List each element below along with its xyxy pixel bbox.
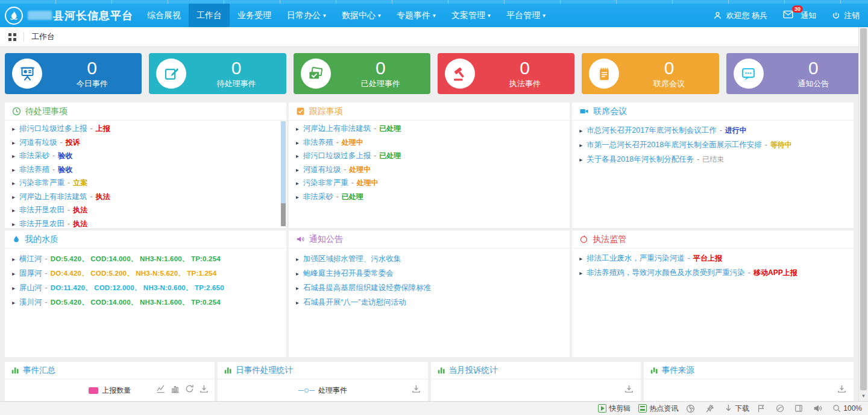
menu-item-workbench[interactable]: 工作台: [189, 4, 230, 27]
menu-item-overview[interactable]: 综合展视: [139, 4, 189, 27]
card-joint-meetings[interactable]: 0联席会议: [582, 53, 719, 94]
list-item[interactable]: 溪川河-DO:5.420、 COD:14.000、 NH3-N:1.600、 T…: [12, 297, 279, 312]
item-status: 处理中: [357, 178, 379, 188]
chart-title: 当月投诉统计: [449, 365, 498, 376]
list-item[interactable]: 屏山河-DO:11.420、 COD:12.000、 NH3-N:0.600、 …: [12, 283, 279, 297]
zoom-level: 100%: [843, 404, 862, 413]
scrollbar-thumb[interactable]: [860, 28, 867, 390]
user-welcome[interactable]: 欢迎您 杨兵: [713, 10, 767, 21]
card-enforcement-events[interactable]: 0执法事件: [438, 53, 574, 94]
list-item[interactable]: 河岸边上有非法建筑-执法: [12, 192, 279, 206]
notice-badge: 30: [792, 5, 803, 13]
list-item[interactable]: 河岸边上有非法建筑-已处理: [296, 124, 563, 138]
card-processed-events[interactable]: 0已处理事件: [294, 53, 430, 94]
page-scrollbar[interactable]: ▾: [858, 27, 868, 401]
news-icon: [638, 404, 647, 413]
download-icon[interactable]: [412, 384, 421, 393]
list-item[interactable]: 鲍峰庭主持召开县委常委会: [296, 268, 563, 283]
download-manager-button[interactable]: 下载: [725, 404, 749, 414]
list-item[interactable]: 排污口垃圾过多上报-上报: [12, 124, 279, 138]
zoom-control[interactable]: 100%: [832, 404, 862, 413]
item-status: 已处理: [342, 192, 363, 202]
list-item[interactable]: 非法开垦农田-执法: [12, 219, 279, 229]
panel-title: 待处理事项: [25, 106, 68, 117]
list-item[interactable]: 市总河长召开2017年底河长制会议工作-进行中: [579, 125, 846, 140]
list-item[interactable]: 固厚河-DO:4.420、 COD:5.200、 NH3-N:5.620、 TP…: [12, 268, 279, 283]
menu-item-platform-admin[interactable]: 平台管理: [498, 4, 553, 27]
flag-button[interactable]: [757, 404, 768, 413]
arrow-icon: [579, 126, 587, 135]
list-item[interactable]: 河道有垃圾-处理中: [296, 165, 563, 179]
download-icon[interactable]: [200, 384, 209, 393]
item-status: 执法: [73, 219, 87, 229]
card-label: 今日事件: [77, 78, 108, 89]
water-values: DO:5.420、 COD:14.000、 NH3-N:1.600、 TP:0.…: [51, 298, 221, 307]
item-status: 执法: [73, 205, 87, 215]
notice-button[interactable]: 30 通知: [783, 10, 816, 21]
list-item[interactable]: 污染非常严重-处理中: [296, 178, 563, 192]
list-item[interactable]: 非法养殖-处理中: [296, 138, 563, 151]
list-item[interactable]: 石城县开展“八一”走访慰问活动: [296, 297, 563, 312]
list-item[interactable]: 加强区域排水管理、污水收集: [296, 254, 563, 268]
hot-news-button[interactable]: 热点资讯: [638, 404, 678, 414]
river-name: 溪川河: [19, 297, 42, 308]
panel-title: 通知公告: [309, 234, 343, 245]
mute-button[interactable]: [813, 404, 825, 413]
list-item[interactable]: 横江河-DO:5.420、 COD:14.000、 NH3-N:1.600、 T…: [12, 254, 279, 268]
arrow-icon: [579, 268, 587, 277]
accelerator-button[interactable]: [686, 404, 697, 413]
bar-chart-tool-icon[interactable]: [171, 384, 180, 393]
scrollbar-down-arrow[interactable]: ▾: [859, 391, 868, 400]
no-disturb-button[interactable]: [705, 404, 717, 413]
item-status: 验收: [58, 165, 72, 175]
list-item[interactable]: 石城县提高基层组织建设经费保障标准: [296, 283, 563, 297]
item-status: 等待中: [770, 140, 792, 150]
panel-scrollbar[interactable]: [281, 121, 286, 226]
grid-icon[interactable]: [8, 33, 16, 41]
card-today-events[interactable]: 0今日事件: [5, 53, 142, 94]
speaker-small-icon: [813, 404, 822, 413]
line-chart-tool-icon[interactable]: [156, 384, 165, 393]
list-item[interactable]: 非法开垦农田-执法: [12, 205, 279, 219]
bar-chart-icon: [11, 366, 19, 375]
list-item[interactable]: 关于各县2018年河长制分配任务-已结束: [579, 154, 846, 169]
username: 杨兵: [752, 10, 767, 21]
menu-item-daily-office[interactable]: 日常办公: [279, 4, 334, 27]
list-item[interactable]: 河道有垃圾-投诉: [12, 138, 279, 151]
card-pending-events[interactable]: 0待处理事件: [149, 53, 286, 94]
arrow-icon: [296, 124, 303, 133]
list-item[interactable]: 非法采砂-验收: [12, 151, 279, 165]
arrow-icon: [12, 138, 19, 147]
arrow-icon: [296, 192, 303, 201]
logout-button[interactable]: 注销: [832, 10, 860, 21]
card-label: 联席会议: [653, 78, 685, 89]
refresh-icon[interactable]: [185, 384, 194, 393]
river-name: 固厚河: [19, 268, 42, 279]
speaker-icon: [296, 235, 305, 244]
menu-item-documents[interactable]: 文案管理: [444, 4, 498, 27]
card-value: 0: [520, 59, 530, 78]
list-item[interactable]: 市第一总河长召开2018年底河长制全面展示工作安排-等待中: [579, 140, 846, 154]
list-item[interactable]: 排污口垃圾过多上报-已处理: [296, 151, 563, 165]
download-icon[interactable]: [624, 384, 634, 393]
proxy-button[interactable]: [776, 404, 787, 413]
browser-status-bar: 快剪辑 热点资讯 下载 100%: [0, 401, 868, 415]
download-icon[interactable]: [837, 384, 846, 393]
arrow-icon: [296, 284, 303, 292]
top-navbar: 县河长信息平台 综合展视 工作台 业务受理 日常办公 数据中心 专题事件 文案管…: [0, 4, 868, 27]
quick-edit-button[interactable]: 快剪辑: [598, 404, 631, 414]
card-announcements[interactable]: 0通知公告: [726, 53, 863, 94]
card-label: 执法事件: [509, 78, 541, 89]
list-item[interactable]: 非法养殖鸡，导致河水颜色及水质受到严重污染-移动APP上报: [579, 268, 846, 282]
menu-item-business[interactable]: 业务受理: [230, 4, 279, 27]
menu-item-data-center[interactable]: 数据中心: [334, 4, 389, 27]
list-item[interactable]: 非法采砂-已处理: [296, 192, 563, 206]
arrow-icon: [296, 179, 303, 187]
list-item[interactable]: 排法工业废水，严重污染河道-平台上报: [579, 253, 846, 268]
sidebar-toggle-button[interactable]: [794, 404, 805, 413]
chart-legend[interactable]: 处理事件: [218, 379, 427, 396]
list-item[interactable]: 非法养殖-验收: [12, 165, 279, 179]
menu-item-special-events[interactable]: 专题事件: [389, 4, 444, 27]
legend-line-marker: [298, 388, 315, 393]
list-item[interactable]: 污染非常严重-立案: [12, 178, 279, 192]
